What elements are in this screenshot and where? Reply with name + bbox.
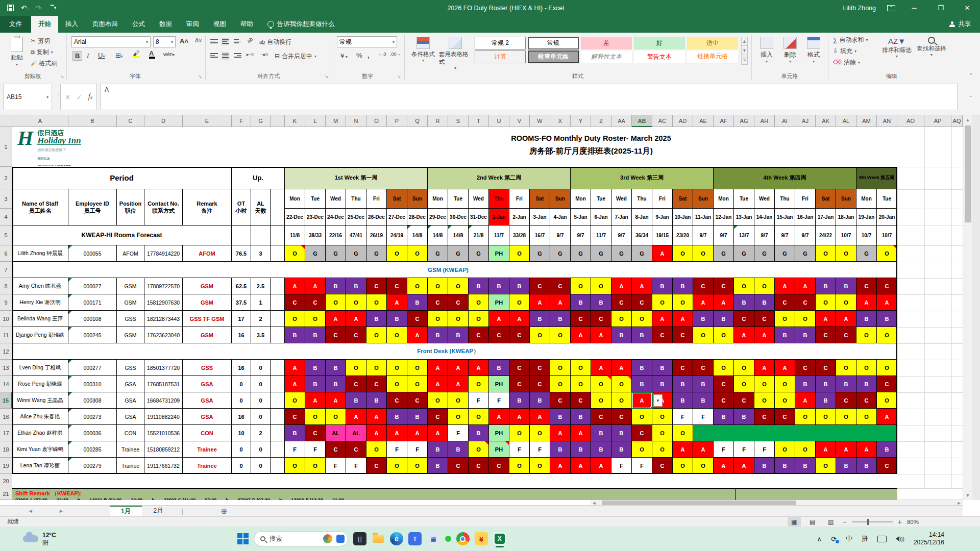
shift-cell-6-25[interactable]: G — [795, 245, 816, 262]
row-header-18[interactable]: 18 — [0, 441, 12, 458]
shift-cell-16-8[interactable]: O — [448, 409, 469, 425]
shift-cell-13-22[interactable]: O — [734, 360, 754, 376]
shift-cell-14-0[interactable]: A — [285, 376, 305, 392]
shift-cell-8-17[interactable]: A — [632, 278, 652, 294]
shift-cell-10-23[interactable]: C — [754, 311, 775, 327]
shift-cell-6-26[interactable]: O — [816, 245, 836, 262]
day-name-21[interactable]: Mon — [714, 189, 734, 209]
shift-cell-17-6[interactable]: A — [407, 425, 428, 441]
employee-id[interactable]: 000273 — [68, 409, 117, 425]
shift-cell-8-11[interactable]: B — [509, 278, 530, 294]
shift-cell-15-8[interactable]: O — [448, 392, 469, 409]
position[interactable]: GSA — [117, 392, 144, 409]
day-name-5[interactable]: Sat — [387, 189, 407, 209]
column-header-AB[interactable]: AB — [632, 115, 652, 127]
shift-cell-6-28[interactable]: G — [856, 245, 877, 262]
shift-cell-13-15[interactable]: A — [591, 360, 611, 376]
shift-cell-16-24[interactable]: C — [775, 409, 795, 425]
position[interactable]: GSM — [117, 278, 144, 294]
shift-cell-8-18[interactable]: B — [652, 278, 673, 294]
row-header-16[interactable]: 16 — [0, 409, 12, 425]
shift-cell-19-8[interactable]: C — [448, 458, 469, 474]
forecast-19[interactable]: 23/20 — [673, 226, 693, 245]
shift-cell-15-23[interactable]: O — [754, 392, 775, 409]
row-header-4[interactable]: 4 — [0, 209, 12, 226]
shift-cell-14-16[interactable]: O — [611, 376, 632, 392]
column-header-AL[interactable]: AL — [836, 115, 856, 127]
shift-cell-9-2[interactable]: O — [326, 294, 346, 311]
day-name-17[interactable]: Thu — [632, 189, 652, 209]
shift-cell-9-21[interactable]: A — [714, 294, 734, 311]
ime-mode-icon[interactable]: 中 — [846, 534, 852, 543]
zoom-slider[interactable] — [852, 521, 893, 522]
edge-icon[interactable]: e — [390, 532, 403, 545]
staff-name[interactable]: Alice Zhu 朱春艳 — [12, 409, 68, 425]
remark[interactable]: AFOM — [183, 245, 232, 262]
leave-block[interactable] — [693, 425, 897, 441]
shift-cell-17-3[interactable]: AL — [346, 425, 366, 441]
shift-cell-14-6[interactable]: O — [407, 376, 428, 392]
position[interactable]: GSA — [117, 409, 144, 425]
date-5-Jan[interactable]: 5-Jan — [571, 209, 591, 226]
shift-cell-10-2[interactable]: A — [326, 311, 346, 327]
date-9-Jan[interactable]: 9-Jan — [652, 209, 673, 226]
date-7-Jan[interactable]: 7-Jan — [611, 209, 632, 226]
shift-cell-11-9[interactable]: C — [469, 327, 489, 343]
column-header-L[interactable]: L — [305, 115, 326, 127]
date-1-Jan[interactable]: 1-Jan — [489, 209, 509, 226]
shift-cell-14-10[interactable]: PH — [489, 376, 509, 392]
sync-icon[interactable]: ⟳ — [831, 535, 837, 543]
shift-cell-14-5[interactable]: O — [387, 376, 407, 392]
shift-cell-14-22[interactable]: O — [734, 376, 754, 392]
forecast-23[interactable]: 9/7 — [754, 226, 775, 245]
shift-cell-16-7[interactable]: C — [428, 409, 448, 425]
forecast-al[interactable] — [251, 226, 271, 245]
shift-cell-19-16[interactable]: F — [611, 458, 632, 474]
shift-cell-6-19[interactable]: O — [673, 245, 693, 262]
forecast-12[interactable]: 16/7 — [530, 226, 550, 245]
start-button[interactable] — [237, 533, 249, 544]
remark[interactable]: GSA — [183, 409, 232, 425]
shift-cell-9-24[interactable]: C — [775, 294, 795, 311]
employee-id[interactable]: 000277 — [68, 360, 117, 376]
shift-cell-18-19[interactable]: A — [673, 441, 693, 458]
shift-cell-6-7[interactable]: G — [428, 245, 448, 262]
shift-cell-13-4[interactable]: O — [366, 360, 387, 376]
shift-cell-13-0[interactable]: A — [285, 360, 305, 376]
shift-cell-14-7[interactable]: A — [428, 376, 448, 392]
shift-cell-15-9[interactable]: F — [469, 392, 489, 409]
shift-cell-6-12[interactable]: G — [530, 245, 550, 262]
shift-cell-10-25[interactable]: O — [795, 311, 816, 327]
remark[interactable]: GSM — [183, 294, 232, 311]
shift-cell-8-20[interactable]: C — [693, 278, 714, 294]
shift-cell-11-10[interactable]: C — [489, 327, 509, 343]
employee-id[interactable]: 000245 — [68, 327, 117, 343]
shift-cell-18-18[interactable]: O — [652, 441, 673, 458]
shift-cell-10-6[interactable]: C — [407, 311, 428, 327]
shift-cell-11-13[interactable]: O — [550, 327, 571, 343]
shift-cell-14-23[interactable]: O — [754, 376, 775, 392]
shift-cell-18-5[interactable]: F — [387, 441, 407, 458]
shift-cell-6-24[interactable]: G — [775, 245, 795, 262]
shift-cell-18-13[interactable]: B — [550, 441, 571, 458]
shift-cell-10-16[interactable]: O — [611, 311, 632, 327]
column-header-W[interactable]: W — [530, 115, 550, 127]
column-header-V[interactable]: V — [509, 115, 530, 127]
staff-name[interactable]: Ethan Zhao 赵梓淇 — [12, 425, 68, 441]
date-29-Dec[interactable]: 29-Dec — [428, 209, 448, 226]
shift-cell-17-7[interactable]: A — [428, 425, 448, 441]
shift-cell-10-14[interactable]: C — [571, 311, 591, 327]
shift-cell-13-18[interactable]: B — [652, 360, 673, 376]
shift-cell-19-10[interactable]: C — [489, 458, 509, 474]
day-name-13[interactable]: Sun — [550, 189, 571, 209]
shift-cell-9-9[interactable]: O — [469, 294, 489, 311]
shift-cell-10-26[interactable]: A — [816, 311, 836, 327]
shift-cell-13-11[interactable]: C — [509, 360, 530, 376]
shift-cell-6-11[interactable]: O — [509, 245, 530, 262]
display-icon[interactable] — [877, 536, 887, 542]
shift-cell-18-9[interactable]: O — [469, 441, 489, 458]
shift-cell-9-12[interactable]: A — [530, 294, 550, 311]
shift-cell-6-14[interactable]: G — [571, 245, 591, 262]
shift-cell-19-27[interactable]: B — [836, 458, 856, 474]
shift-cell-16-2[interactable]: O — [326, 409, 346, 425]
